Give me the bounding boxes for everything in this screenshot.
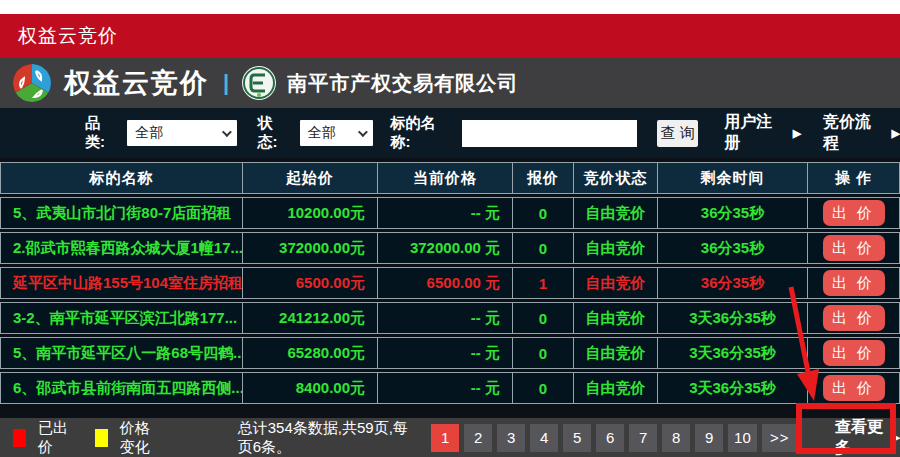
bid-count: 1 [513,268,574,298]
lot-name-link[interactable]: 延平区中山路155号104室住房招租 [1,268,243,298]
lot-name-input[interactable] [462,120,637,147]
page-button[interactable]: 9 [695,424,723,452]
lot-name-label: 标的名称: [391,114,455,152]
brand-divider: | [223,70,229,96]
time-remaining: 36分35秒 [658,268,808,298]
brand-name: 权益云竞价 [64,65,209,101]
table-row: 3-2、南平市延平区滨江北路177... 241212.00元 -- 元 0 自… [0,302,900,334]
time-remaining: 3天36分35秒 [658,338,808,368]
page-button[interactable]: 7 [629,424,657,452]
arrow-right-icon: ▶ [892,431,900,444]
table-row: 6、邵武市县前街南面五四路西侧... 8400.00元 -- 元 0 自由竞价 … [0,372,900,404]
auction-page: 权益云竞价 权益云竞价 | 南平市产权交易有限公司 品类: 全部 状态: [0,0,900,457]
page-button[interactable]: 4 [530,424,558,452]
category-select[interactable]: 全部 [127,120,237,146]
page-button[interactable]: 6 [596,424,624,452]
current-price: -- 元 [378,198,513,228]
col-bid-count: 报价 [513,163,574,193]
top-white-strip [0,0,900,14]
legend-item: 价格变化 [95,419,164,457]
page-button[interactable]: 5 [563,424,591,452]
status-select[interactable]: 全部 [300,120,373,146]
legend-label: 价格变化 [120,419,164,457]
page-button[interactable]: 2 [464,424,492,452]
auction-table: 标的名称 起始价 当前价格 报价 竞价状态 剩余时间 操 作 5、武夷山市北门街… [0,158,900,418]
col-lot-name: 标的名称 [1,163,243,193]
arrow-right-icon: ▶ [793,127,801,140]
current-price: -- 元 [378,373,513,403]
chevron-down-icon [357,127,367,137]
page-button[interactable]: 3 [497,424,525,452]
page-title-bar: 权益云竞价 [0,14,900,58]
footer-bar: 已出价价格变化 总计354条数据,共59页,每页6条。 12345678910>… [0,418,900,457]
arrow-right-icon: ▶ [892,127,900,140]
bid-button[interactable]: 出 价 [823,270,885,296]
current-price: -- 元 [378,303,513,333]
brand-header: 权益云竞价 | 南平市产权交易有限公司 [0,58,900,108]
bid-status: 自由竞价 [574,303,658,333]
bid-count: 0 [513,233,574,263]
bid-button[interactable]: 出 价 [823,235,885,261]
view-more-button[interactable]: 查看更多 ▶ [835,417,900,457]
bid-status: 自由竞价 [574,198,658,228]
bid-count: 0 [513,303,574,333]
lot-name-link[interactable]: 6、邵武市县前街南面五四路西侧... [1,373,243,403]
next-pages-button[interactable]: >> [762,424,798,452]
chevron-down-icon [222,127,232,137]
bid-button[interactable]: 出 价 [823,200,885,226]
page-button[interactable]: 10 [728,424,757,452]
bid-count: 0 [513,338,574,368]
start-price: 241212.00元 [243,303,378,333]
current-price: 6500.00 元 [378,268,513,298]
bid-count: 0 [513,198,574,228]
status-value: 全部 [308,124,336,142]
page-button[interactable]: 1 [431,424,459,452]
table-row: 2.邵武市熙春西路众城大厦1幢17... 372000.00元 372000.0… [0,232,900,264]
bid-status: 自由竞价 [574,233,658,263]
legend-swatch-icon [13,429,26,447]
time-remaining: 36分35秒 [658,233,808,263]
col-start-price: 起始价 [243,163,378,193]
time-remaining: 36分35秒 [658,198,808,228]
exchange-logo-icon [241,65,277,101]
status-label: 状态: [257,114,291,152]
lot-name-link[interactable]: 5、武夷山市北门街80-7店面招租 [1,198,243,228]
company-name: 南平市产权交易有限公司 [287,70,518,97]
col-time-remaining: 剩余时间 [658,163,808,193]
start-price: 372000.00元 [243,233,378,263]
bid-button[interactable]: 出 价 [823,340,885,366]
table-row: 5、武夷山市北门街80-7店面招租 10200.00元 -- 元 0 自由竞价 … [0,197,900,229]
start-price: 10200.00元 [243,198,378,228]
bid-status: 自由竞价 [574,373,658,403]
bidding-process-link[interactable]: 竞价流程 ▶ [823,112,900,154]
start-price: 8400.00元 [243,373,378,403]
legend-item: 已出价 [13,419,71,457]
pagination: 12345678910>> [431,424,803,452]
current-price: 372000.00 元 [378,233,513,263]
query-button[interactable]: 查 询 [657,120,698,147]
start-price: 6500.00元 [243,268,378,298]
time-remaining: 3天36分35秒 [658,303,808,333]
bid-button[interactable]: 出 价 [823,305,885,331]
legend: 已出价价格变化 [13,419,188,457]
register-link[interactable]: 用户注册 ▶ [724,112,801,154]
table-row: 延平区中山路155号104室住房招租 6500.00元 6500.00 元 1 … [0,267,900,299]
bid-button[interactable]: 出 价 [823,375,885,401]
page-button[interactable]: 8 [662,424,690,452]
lot-name-link[interactable]: 2.邵武市熙春西路众城大厦1幢17... [1,233,243,263]
current-price: -- 元 [378,338,513,368]
table-header-row: 标的名称 起始价 当前价格 报价 竞价状态 剩余时间 操 作 [0,162,900,194]
lot-name-link[interactable]: 3-2、南平市延平区滨江北路177... [1,303,243,333]
legend-swatch-icon [95,429,108,447]
col-status: 竞价状态 [574,163,658,193]
bid-status: 自由竞价 [574,268,658,298]
page-title: 权益云竞价 [18,23,118,49]
bid-count: 0 [513,373,574,403]
swirl-logo-icon [12,63,52,103]
legend-label: 已出价 [38,419,71,457]
table-row: 5、南平市延平区八一路68号四鹤... 65280.00元 -- 元 0 自由竞… [0,337,900,369]
start-price: 65280.00元 [243,338,378,368]
col-action: 操 作 [808,163,899,193]
lot-name-link[interactable]: 5、南平市延平区八一路68号四鹤... [1,338,243,368]
col-current-price: 当前价格 [378,163,513,193]
